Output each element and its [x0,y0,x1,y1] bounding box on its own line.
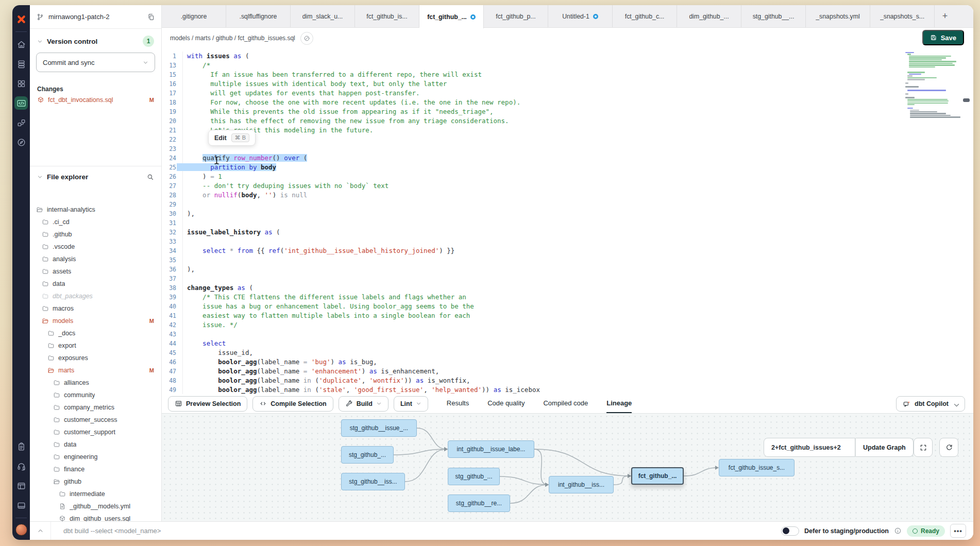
editor-tab[interactable]: dim_github_... [677,5,741,27]
editor-tab[interactable]: dim_slack_u... [291,5,355,27]
code-line-text[interactable]: boolor_agg(label_name in ('stale', 'good… [182,385,973,394]
scrollbar-thumb[interactable] [963,98,970,102]
tree-item[interactable]: alliances [30,377,161,389]
command-input[interactable]: dbt build --select <model_name> [50,522,781,540]
tree-item[interactable]: _docs [30,327,161,339]
orchestration-icon[interactable] [14,116,28,129]
panel-tab-compiled-code[interactable]: Compiled code [543,394,588,413]
tree-item[interactable]: data [30,438,161,451]
new-tab-button[interactable]: + [935,5,955,27]
panel-tab-lineage[interactable]: Lineage [606,394,632,413]
copy-path-button[interactable] [300,32,313,45]
code-line-text[interactable]: select * from {{ ref('int_github__issue_… [182,246,973,255]
tree-item[interactable]: internal-analytics [30,203,161,216]
code-line-text[interactable]: this has the effect of removing the new … [182,116,973,126]
code-line-text[interactable]: Let's revisit this modeling in the futur… [182,126,973,135]
lineage-node[interactable]: stg_github_... [341,446,394,464]
commit-and-sync-select[interactable]: Commit and sync [36,53,155,72]
git-branch-row[interactable]: mirnawong1-patch-2 [30,5,161,29]
browser-window-icon[interactable] [14,479,28,492]
code-line-text[interactable]: /* [182,61,973,70]
tree-item[interactable]: macros [30,302,161,315]
code-line-text[interactable]: /* This CTE flattens the different issue… [182,293,973,302]
editor-tab[interactable]: fct_github_... [419,5,484,28]
panel-tab-results[interactable]: Results [447,394,469,413]
more-options-button[interactable]: ••• [950,524,966,538]
compile-selection-button[interactable]: Compile Selection [252,396,333,412]
code-line-text[interactable]: qualify row_number() over ( [182,153,973,163]
build-button[interactable]: Build [339,396,388,412]
code-line-text[interactable]: partition by body [182,163,973,172]
file-explorer-header[interactable]: File explorer [30,166,161,184]
code-line-text[interactable] [182,237,973,246]
preview-selection-button[interactable]: Preview Selection [168,396,247,412]
tree-item[interactable]: dim_github_users.sql [30,513,161,521]
code-line-text[interactable]: issue_label_history as ( [182,228,973,237]
code-line-text[interactable] [182,218,973,228]
explore-compass-icon[interactable] [14,135,28,149]
dbt-copilot-button[interactable]: dbt Copilot [896,396,965,412]
editor-tab[interactable]: fct_github_c... [613,5,677,27]
editor-tab[interactable]: _snapshots.yml [806,5,870,27]
keyboard-shortcuts-icon[interactable] [14,499,28,512]
code-line-text[interactable]: or nullif(body, '') is null [182,191,973,200]
support-headset-icon[interactable] [14,459,28,473]
code-line-text[interactable] [182,200,973,209]
environments-icon[interactable] [14,57,28,71]
editor-tab[interactable]: .gitignore [162,5,226,27]
minimap[interactable] [905,48,959,141]
lineage-node[interactable]: fct_github_issue_s... [719,459,795,476]
search-icon[interactable] [146,173,154,181]
lineage-node[interactable]: stg_github__iss... [341,473,405,490]
code-editor[interactable]: 1with issues as (13 /*15 If an issue has… [162,48,973,394]
code-line-text[interactable]: ), [182,209,973,218]
editor-tab[interactable]: stg_github__... [741,5,806,27]
develop-code-icon[interactable] [14,96,28,110]
lineage-node[interactable]: stg_github__issue_... [341,419,417,437]
refresh-graph-button[interactable] [939,438,958,457]
code-line-text[interactable]: issue. */ [182,320,973,330]
code-line-text[interactable]: boolor_agg(label_name = 'bug') as is_bug… [182,357,973,367]
panel-tab-code-quality[interactable]: Code quality [487,394,525,413]
tree-item[interactable]: github [30,475,161,488]
tree-item[interactable]: _github__models.yml [30,500,161,513]
tree-item[interactable]: finance [30,463,161,475]
lineage-node[interactable]: stg_github__re... [448,494,510,512]
tree-item[interactable]: customer_success [30,414,161,426]
update-graph-button[interactable]: Update Graph [855,438,914,457]
tree-item[interactable]: intermediate [30,488,161,500]
lineage-node[interactable]: int_github__issue_labe... [448,440,534,458]
info-icon[interactable] [894,527,902,535]
editor-tab[interactable]: fct_github_p... [484,5,548,27]
code-line-text[interactable]: will get updates for events that happen … [182,89,973,98]
tree-item[interactable]: modelsM [30,315,161,327]
code-line-text[interactable]: While this prevents the old issue from a… [182,107,973,116]
editor-tab[interactable]: .sqlfluffignore [226,5,291,27]
code-line-text[interactable]: multiple issues with identical body text… [182,79,973,89]
version-control-header[interactable]: Version control 1 [30,29,161,50]
editor-tab[interactable]: _snapshots_s... [870,5,935,27]
code-line-text[interactable]: For now, choose the one with more recent… [182,98,973,107]
tree-item[interactable]: martsM [30,364,161,377]
code-line-text[interactable] [182,135,973,144]
code-line-text[interactable]: issue_id, [182,348,973,357]
copy-branch-icon[interactable] [147,13,155,21]
code-line-text[interactable]: change_types as ( [182,283,973,293]
changed-file-item[interactable]: fct_dbt_invocations.sqlM [30,94,161,106]
defer-toggle[interactable] [781,526,799,536]
code-line-text[interactable]: boolor_agg(label_name in ('duplicate', '… [182,376,973,385]
code-line-text[interactable]: -- don't try deduping issues with no `bo… [182,181,973,191]
code-line-text[interactable]: ), [182,265,973,274]
code-line-text[interactable]: If an issue has been transferred to a di… [182,70,973,79]
tree-item[interactable]: company_metrics [30,401,161,414]
code-line-text[interactable]: issue has a bug or enhancement label. Us… [182,302,973,311]
editor-tab[interactable]: fct_github_is... [355,5,419,27]
tree-item[interactable]: .vscode [30,241,161,253]
tree-item[interactable]: dbt_packages [30,290,161,302]
code-line-text[interactable] [182,255,973,265]
code-line-text[interactable] [182,274,973,283]
tree-item[interactable]: export [30,339,161,352]
tree-item[interactable]: customer_support [30,426,161,438]
apps-grid-icon[interactable] [14,77,28,90]
tree-item[interactable]: assets [30,265,161,278]
